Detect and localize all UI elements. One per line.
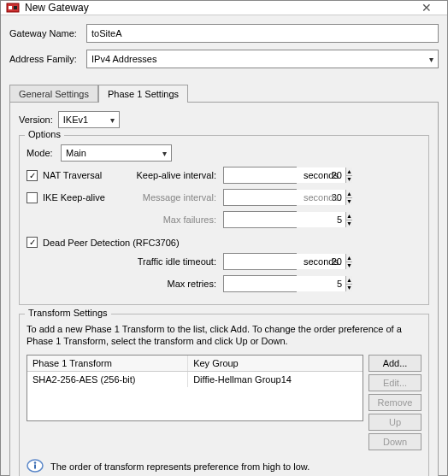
table-row[interactable]: SHA2-256-AES (256-bit) Diffie-Hellman Gr… [27,372,363,387]
chevron-down-icon: ▾ [110,115,115,125]
version-value: IKEv1 [63,115,88,125]
svg-rect-5 [34,464,36,468]
mode-value: Main [66,148,86,158]
message-interval-spinner[interactable]: ▲▼ [223,189,297,206]
svg-rect-1 [9,6,12,9]
spin-down-icon[interactable]: ▼ [346,262,352,270]
traffic-idle-spinner[interactable]: ▲▼ [223,253,297,270]
options-group-title: Options [25,129,64,139]
options-group: Options Mode: Main ▾ NAT Traversal [19,135,429,305]
chevron-down-icon: ▾ [429,55,433,64]
version-select[interactable]: IKEv1 ▾ [58,111,120,128]
cell-keygroup: Diffie-Hellman Group14 [188,372,363,387]
max-retries-label: Max retries: [129,279,223,289]
dialog-body: Gateway Name: Address Family: IPv4 Addre… [1,15,447,476]
info-icon [27,457,44,476]
seconds-unit: seconds [304,256,339,267]
tab-phase1-settings[interactable]: Phase 1 Settings [98,85,188,103]
max-failures-spinner[interactable]: ▲▼ [223,211,297,228]
nat-traversal-label: NAT Traversal [43,170,102,180]
transform-table[interactable]: Phase 1 Transform Key Group SHA2-256-AES… [27,355,363,421]
gateway-name-label: Gateway Name: [9,28,86,38]
mode-label: Mode: [27,148,61,158]
spin-down-icon[interactable]: ▼ [346,285,352,292]
gateway-name-input[interactable] [86,24,439,43]
column-header-transform[interactable]: Phase 1 Transform [27,356,188,371]
transform-settings-group: Transform Settings To add a new Phase 1 … [19,314,429,476]
chevron-down-icon: ▾ [162,149,167,158]
spin-up-icon[interactable]: ▲ [346,190,352,198]
address-family-select[interactable]: IPv4 Addresses ▾ [86,50,439,68]
app-icon [6,1,20,15]
max-retries-input[interactable] [224,276,345,291]
dpd-checkbox[interactable] [27,237,38,248]
seconds-unit: seconds [304,170,339,180]
nat-traversal-checkbox[interactable] [27,170,38,181]
spin-down-icon[interactable]: ▼ [346,220,352,228]
transform-group-title: Transform Settings [25,308,111,318]
phase1-panel: Version: IKEv1 ▾ Options Mode: Main ▾ [9,102,439,476]
spin-up-icon[interactable]: ▲ [346,276,352,285]
tabstrip: General Settings Phase 1 Settings [9,84,439,102]
svg-rect-2 [14,6,17,9]
titlebar: New Gateway ✕ [1,1,447,15]
ike-keepalive-checkbox[interactable] [27,192,38,203]
keepalive-interval-label: Keep-alive interval: [129,170,223,180]
new-gateway-dialog: New Gateway ✕ Gateway Name: Address Fami… [0,0,448,476]
max-failures-label: Max failures: [129,214,223,225]
transform-help-text: To add a new Phase 1 Transform to the li… [27,323,421,348]
table-header-row: Phase 1 Transform Key Group [27,356,363,372]
keepalive-interval-spinner[interactable]: ▲▼ [223,167,297,184]
spin-down-icon[interactable]: ▼ [346,198,352,206]
edit-button[interactable]: Edit... [368,374,421,391]
close-button[interactable]: ✕ [411,1,442,15]
up-button[interactable]: Up [368,414,421,431]
dpd-label: Dead Peer Detection (RFC3706) [43,238,180,248]
svg-point-4 [34,461,37,464]
mode-select[interactable]: Main ▾ [61,144,172,162]
address-family-label: Address Family: [9,54,86,64]
tab-general-settings[interactable]: General Settings [9,85,98,103]
tabs: General Settings Phase 1 Settings Versio… [9,84,439,476]
cell-transform: SHA2-256-AES (256-bit) [27,372,188,387]
max-retries-spinner[interactable]: ▲▼ [223,275,297,292]
ike-keepalive-label: IKE Keep-alive [43,192,105,203]
spin-up-icon[interactable]: ▲ [346,167,352,176]
down-button[interactable]: Down [368,433,421,450]
transform-button-column: Add... Edit... Remove Up Down [368,355,421,450]
traffic-idle-label: Traffic idle timeout: [129,256,223,267]
add-button[interactable]: Add... [368,355,421,372]
remove-button[interactable]: Remove [368,394,421,411]
max-failures-input[interactable] [224,212,345,227]
message-interval-label: Message interval: [129,192,223,203]
column-header-keygroup[interactable]: Key Group [188,356,363,371]
address-family-value: IPv4 Addresses [91,54,156,64]
spin-up-icon[interactable]: ▲ [346,254,352,262]
titlebar-title: New Gateway [25,2,411,14]
spin-down-icon[interactable]: ▼ [346,176,352,184]
transform-info-text: The order of transform represents prefer… [50,461,309,472]
seconds-unit: seconds [304,192,339,203]
version-label: Version: [19,115,53,125]
spin-up-icon[interactable]: ▲ [346,212,352,220]
